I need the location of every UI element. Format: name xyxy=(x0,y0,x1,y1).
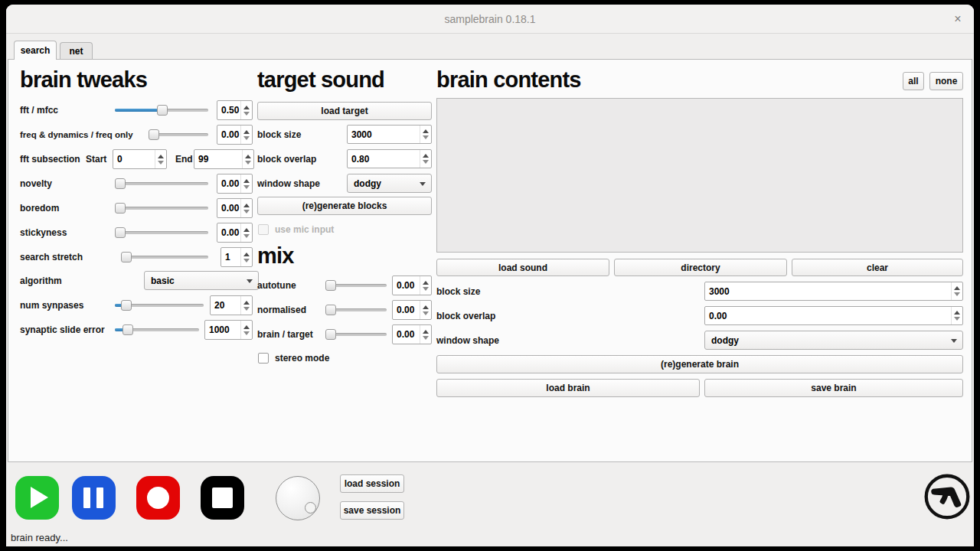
spin-up-icon[interactable] xyxy=(423,330,429,334)
spin-buttons[interactable] xyxy=(240,174,252,193)
spin-buttons[interactable] xyxy=(420,150,431,168)
spin-down-icon[interactable] xyxy=(954,292,960,296)
algorithm-select[interactable]: basic xyxy=(144,271,259,290)
spin-buttons[interactable] xyxy=(240,321,252,339)
slider-handle[interactable] xyxy=(122,324,133,335)
stop-button[interactable] xyxy=(201,476,244,520)
fft-end-spinbox[interactable]: 99 xyxy=(194,149,254,169)
fft-mfcc-slider[interactable] xyxy=(115,105,208,116)
slider-handle[interactable] xyxy=(115,227,126,238)
fft-mfcc-value[interactable]: 0.50 xyxy=(217,100,253,120)
target-block-overlap-spinbox[interactable]: 0.80 xyxy=(347,149,432,168)
spin-down-icon[interactable] xyxy=(423,135,429,139)
spin-buttons[interactable] xyxy=(420,126,431,143)
spin-up-icon[interactable] xyxy=(243,204,250,207)
spin-down-icon[interactable] xyxy=(243,210,250,214)
load-target-button[interactable]: load target xyxy=(257,102,432,120)
spin-down-icon[interactable] xyxy=(423,287,429,291)
slider-handle[interactable] xyxy=(121,300,132,311)
load-brain-button[interactable]: load brain xyxy=(436,379,700,397)
brain-contents-list[interactable] xyxy=(436,98,963,253)
spin-up-icon[interactable] xyxy=(243,130,250,134)
record-button[interactable] xyxy=(136,476,180,520)
spin-down-icon[interactable] xyxy=(423,160,429,164)
slider-handle[interactable] xyxy=(325,329,336,340)
spin-down-icon[interactable] xyxy=(243,112,250,116)
select-all-button[interactable]: all xyxy=(903,72,924,90)
boredom-slider[interactable] xyxy=(115,203,208,214)
spin-down-icon[interactable] xyxy=(243,259,250,262)
spin-up-icon[interactable] xyxy=(423,305,429,309)
spin-up-icon[interactable] xyxy=(243,325,250,329)
regenerate-brain-button[interactable]: (re)generate brain xyxy=(436,355,963,373)
normalised-value[interactable]: 0.00 xyxy=(392,300,432,320)
num-synpases-slider[interactable] xyxy=(115,300,204,311)
spin-down-icon[interactable] xyxy=(243,185,250,189)
spin-buttons[interactable] xyxy=(420,276,431,295)
spin-up-icon[interactable] xyxy=(243,228,250,232)
spin-up-icon[interactable] xyxy=(245,155,251,158)
novelty-value[interactable]: 0.00 xyxy=(217,174,253,194)
slider-handle[interactable] xyxy=(115,178,126,189)
spin-up-icon[interactable] xyxy=(423,281,429,285)
spin-buttons[interactable] xyxy=(240,101,252,119)
novelty-slider[interactable] xyxy=(115,178,208,189)
save-brain-button[interactable]: save brain xyxy=(704,379,963,397)
spin-buttons[interactable] xyxy=(240,248,252,266)
slider-handle[interactable] xyxy=(157,105,168,116)
synaptic-slide-error-slider[interactable] xyxy=(115,324,199,335)
clear-button[interactable]: clear xyxy=(792,259,963,276)
play-button[interactable] xyxy=(15,476,59,520)
synaptic-slide-error-value[interactable]: 1000 xyxy=(204,320,253,340)
brain-target-value[interactable]: 0.00 xyxy=(392,324,432,344)
search-stretch-slider[interactable] xyxy=(121,252,208,262)
brain-block-size-spinbox[interactable]: 3000 xyxy=(704,282,963,301)
num-synpases-value[interactable]: 20 xyxy=(210,295,253,315)
boredom-value[interactable]: 0.00 xyxy=(217,198,253,218)
slider-handle[interactable] xyxy=(121,252,132,262)
load-sound-button[interactable]: load sound xyxy=(436,259,609,276)
spin-buttons[interactable] xyxy=(951,282,962,300)
spin-down-icon[interactable] xyxy=(243,234,250,238)
autotune-slider[interactable] xyxy=(325,280,387,291)
spin-up-icon[interactable] xyxy=(423,154,429,158)
tab-search[interactable]: search xyxy=(14,41,57,60)
spin-down-icon[interactable] xyxy=(954,317,960,321)
slider-handle[interactable] xyxy=(149,129,159,140)
spin-buttons[interactable] xyxy=(240,199,252,217)
spin-up-icon[interactable] xyxy=(243,253,250,256)
spin-buttons[interactable] xyxy=(420,301,431,319)
spin-down-icon[interactable] xyxy=(243,136,250,140)
fft-start-spinbox[interactable]: 0 xyxy=(113,149,167,169)
freq-dyn-slider[interactable] xyxy=(149,129,208,140)
spin-buttons[interactable] xyxy=(240,126,252,144)
slider-handle[interactable] xyxy=(325,280,336,291)
spin-buttons[interactable] xyxy=(242,150,253,168)
spin-up-icon[interactable] xyxy=(243,106,250,109)
spin-buttons[interactable] xyxy=(420,325,431,344)
normalised-slider[interactable] xyxy=(325,305,387,315)
save-session-button[interactable]: save session xyxy=(340,501,404,520)
stickyness-slider[interactable] xyxy=(115,227,208,238)
spin-buttons[interactable] xyxy=(240,223,252,242)
slider-handle[interactable] xyxy=(325,305,336,315)
search-stretch-value[interactable]: 1 xyxy=(220,247,253,267)
brain-window-shape-select[interactable]: dodgy xyxy=(704,331,963,350)
tab-net[interactable]: net xyxy=(60,42,93,59)
spin-buttons[interactable] xyxy=(155,150,166,168)
spin-buttons[interactable] xyxy=(240,296,252,315)
brain-block-overlap-spinbox[interactable]: 0.00 xyxy=(704,306,963,325)
pause-button[interactable] xyxy=(72,476,116,520)
load-session-button[interactable]: load session xyxy=(340,474,404,493)
spin-down-icon[interactable] xyxy=(423,336,429,340)
spin-down-icon[interactable] xyxy=(158,161,164,165)
spin-up-icon[interactable] xyxy=(954,286,960,290)
spin-up-icon[interactable] xyxy=(243,179,250,183)
target-block-size-spinbox[interactable]: 3000 xyxy=(347,125,432,144)
spin-down-icon[interactable] xyxy=(243,331,250,335)
close-icon[interactable]: × xyxy=(951,12,965,26)
spin-down-icon[interactable] xyxy=(245,161,251,165)
use-mic-checkbox[interactable] xyxy=(258,224,269,235)
regenerate-blocks-button[interactable]: (re)generate blocks xyxy=(257,197,432,215)
spin-up-icon[interactable] xyxy=(243,301,250,305)
